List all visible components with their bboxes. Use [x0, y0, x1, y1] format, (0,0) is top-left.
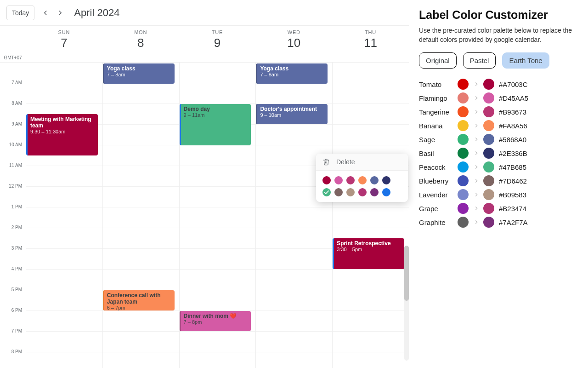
color-from-swatch[interactable] [458, 161, 469, 172]
hour-label: 1 PM [11, 204, 22, 209]
hex-value: #B09583 [499, 191, 578, 199]
color-from-swatch[interactable] [458, 106, 469, 117]
chevron-right-icon [471, 164, 481, 170]
mapping-label: Sage [419, 136, 456, 144]
color-to-swatch[interactable] [483, 92, 494, 104]
delete-label: Delete [336, 158, 355, 166]
mapping-row: Tomato #A7003C [419, 79, 578, 90]
color-to-swatch[interactable] [483, 120, 494, 131]
swatch-9[interactable] [358, 188, 367, 196]
color-to-swatch[interactable] [483, 175, 494, 186]
swatch-11[interactable] [382, 188, 390, 196]
hour-label: 2 PM [11, 225, 22, 230]
chevron-right-icon [471, 95, 481, 101]
hour-label: 9 AM [11, 121, 22, 126]
hour-label: 7 AM [11, 80, 22, 85]
color-to-swatch[interactable] [483, 203, 494, 214]
color-from-swatch[interactable] [458, 189, 469, 200]
event-time: 6 – 7pm [107, 305, 172, 310]
day-header[interactable]: SUN7 [26, 26, 102, 62]
color-mappings: Tomato #A7003C Flamingo #D45AA5 Tangerin… [419, 79, 578, 228]
day-header[interactable]: TUE9 [179, 26, 256, 62]
color-to-swatch[interactable] [483, 134, 494, 145]
color-from-swatch[interactable] [458, 217, 469, 228]
event-demo[interactable]: Demo day9 – 11am [180, 104, 251, 145]
swatch-6[interactable] [322, 188, 331, 196]
color-from-swatch[interactable] [458, 148, 469, 159]
next-arrow[interactable] [53, 6, 68, 20]
scrollbar-thumb[interactable] [404, 246, 409, 301]
event-title: Meeting with Marketing team [30, 116, 95, 129]
mapping-row: Blueberry #7D6462 [419, 175, 578, 186]
color-from-swatch[interactable] [458, 92, 469, 104]
tab-original[interactable]: Original [419, 52, 457, 69]
day-header[interactable]: THU11 [332, 26, 409, 62]
chevron-right-icon [471, 136, 481, 143]
color-from-swatch[interactable] [458, 79, 469, 90]
color-from-swatch[interactable] [458, 120, 469, 131]
hex-value: #47B685 [499, 163, 578, 171]
color-to-swatch[interactable] [483, 148, 494, 159]
event-confcall[interactable]: Conference call with Japan team6 – 7pm [103, 290, 175, 310]
event-yoga_tue[interactable]: Yoga class7 – 8am [103, 63, 175, 84]
hex-value: #FA8A56 [499, 122, 578, 130]
hour-label: 5 PM [11, 287, 22, 292]
color-to-swatch[interactable] [483, 189, 494, 200]
event-marketing[interactable]: Meeting with Marketing team9:30 – 11:30a… [26, 114, 98, 155]
hex-value: #D45AA5 [499, 94, 578, 102]
event-dinner[interactable]: Dinner with mom ❤️7 – 8pm [180, 311, 251, 331]
hour-label: 6 PM [11, 308, 22, 313]
color-to-swatch[interactable] [483, 79, 494, 90]
calendar-grid[interactable]: 7 AM8 AM9 AM10 AM11 AM12 PM1 PM2 PM3 PM4… [0, 63, 409, 368]
mapping-row: Graphite #7A2F7A [419, 217, 578, 228]
event-time: 3:30 – 5pm [337, 247, 401, 252]
day-column[interactable]: Yoga class7 – 8amConference call with Ja… [102, 63, 179, 368]
color-from-swatch[interactable] [458, 175, 469, 186]
mapping-row: Grape #B23474 [419, 203, 578, 214]
mapping-row: Flamingo #D45AA5 [419, 92, 578, 104]
swatch-0[interactable] [322, 176, 331, 184]
swatch-4[interactable] [370, 176, 379, 184]
event-sprint[interactable]: Sprint Retrospective3:30 – 5pm [333, 238, 404, 269]
event-yoga_thu[interactable]: Yoga class7 – 8am [256, 63, 328, 84]
day-header[interactable]: MON8 [102, 26, 179, 62]
day-column[interactable]: Sprint Retrospective3:30 – 5pm [332, 63, 409, 368]
swatch-5[interactable] [382, 176, 390, 184]
event-title: Sprint Retrospective [337, 240, 401, 247]
hour-label: 4 PM [11, 266, 22, 271]
tab-earth-tone[interactable]: Earth Tone [502, 52, 549, 69]
prev-arrow[interactable] [38, 6, 53, 20]
event-doctor[interactable]: Doctor's appointment9 – 10am [256, 104, 328, 124]
event-time: 9:30 – 11:30am [30, 129, 95, 134]
swatch-3[interactable] [358, 176, 367, 184]
swatch-7[interactable] [334, 188, 343, 196]
day-column[interactable]: Meeting with Marketing team9:30 – 11:30a… [26, 63, 102, 368]
day-column[interactable]: Demo day9 – 11amDinner with mom ❤️7 – 8p… [179, 63, 256, 368]
hex-value: #B93673 [499, 108, 578, 116]
day-column[interactable]: Yoga class7 – 8amDoctor's appointment9 –… [255, 63, 332, 368]
mapping-row: Banana #FA8A56 [419, 120, 578, 131]
day-header[interactable]: WED10 [255, 26, 332, 62]
color-to-swatch[interactable] [483, 217, 494, 228]
color-from-swatch[interactable] [458, 134, 469, 145]
dow-label: TUE [212, 29, 223, 35]
hour-label: 3 PM [11, 246, 22, 251]
tab-pastel[interactable]: Pastel [463, 52, 496, 69]
swatch-8[interactable] [346, 188, 355, 196]
mapping-label: Blueberry [419, 177, 456, 185]
swatch-grid [316, 171, 408, 202]
daynum-label: 7 [61, 36, 67, 50]
delete-button[interactable]: Delete [316, 154, 408, 171]
hex-value: #A7003C [499, 80, 578, 88]
today-button[interactable]: Today [6, 6, 34, 20]
scrollbar[interactable] [404, 246, 409, 361]
mapping-row: Lavender #B09583 [419, 189, 578, 200]
swatch-10[interactable] [370, 188, 379, 196]
color-to-swatch[interactable] [483, 106, 494, 117]
color-to-swatch[interactable] [483, 161, 494, 172]
color-from-swatch[interactable] [458, 203, 469, 214]
hex-value: #B23474 [499, 205, 578, 213]
swatch-2[interactable] [346, 176, 355, 184]
mapping-row: Sage #5868A0 [419, 134, 578, 145]
swatch-1[interactable] [334, 176, 343, 184]
